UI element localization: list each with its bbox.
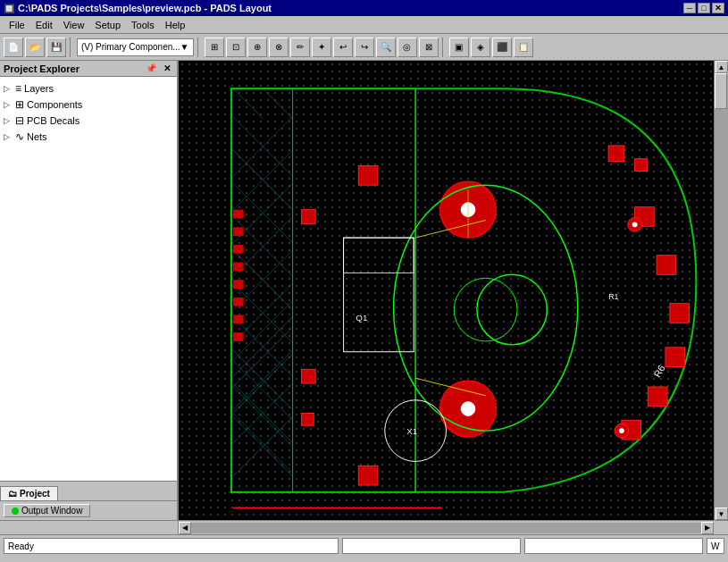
svg-rect-43 xyxy=(358,466,378,485)
toolbar-btn-10[interactable]: ◎ xyxy=(397,38,417,57)
svg-rect-54 xyxy=(635,159,648,172)
svg-rect-48 xyxy=(657,256,676,275)
svg-rect-42 xyxy=(358,166,378,186)
title-bar: 🔲 C:\PADS Projects\Samples\preview.pcb -… xyxy=(0,0,728,16)
tree-item-nets[interactable]: ▷ ∿ Nets xyxy=(4,129,173,145)
tree-label-pcb-decals: PCB Decals xyxy=(27,115,79,126)
maximize-button[interactable]: □ xyxy=(698,3,710,13)
tree-label-layers: Layers xyxy=(24,83,54,94)
toolbar-zoom-in-button[interactable]: 🔍 xyxy=(376,38,396,57)
svg-rect-50 xyxy=(665,348,685,367)
output-window-button[interactable]: Output Window xyxy=(4,504,90,517)
project-tree: ▷ ≡ Layers ▷ ⊞ Components ▷ ⊟ PCB Decals… xyxy=(0,77,177,481)
toolbar-btn-6[interactable]: ✦ xyxy=(312,38,331,57)
toolbar-layer-dropdown[interactable]: (V) Primary Componen... ▼ xyxy=(77,38,194,56)
toolbar-open-button[interactable]: 📂 xyxy=(25,38,45,57)
expand-icon-pcb-decals: ▷ xyxy=(4,116,13,125)
output-status-indicator xyxy=(12,507,19,515)
expand-icon-layers: ▷ xyxy=(4,84,13,93)
scroll-down-button[interactable]: ▼ xyxy=(715,507,728,520)
toolbar-btn-7[interactable]: ↩ xyxy=(333,38,353,57)
svg-line-28 xyxy=(233,301,293,361)
minimize-button[interactable]: ─ xyxy=(683,3,696,13)
toolbar-separator-2 xyxy=(197,38,201,57)
title-bar-controls[interactable]: ─ □ ✕ xyxy=(683,3,724,13)
svg-rect-49 xyxy=(670,304,690,323)
vertical-scrollbar[interactable]: ▲ ▼ xyxy=(714,61,728,520)
nets-icon: ∿ xyxy=(15,130,24,143)
toolbar-btn-3[interactable]: ⊕ xyxy=(247,38,267,57)
horizontal-scrollbar[interactable]: ◀ ▶ xyxy=(179,521,714,534)
close-button[interactable]: ✕ xyxy=(712,3,724,13)
tab-project-label: Project xyxy=(20,489,50,499)
toolbar-new-button[interactable]: 📄 xyxy=(4,38,23,57)
svg-line-26 xyxy=(233,387,293,447)
svg-rect-67 xyxy=(233,210,244,219)
menu-view[interactable]: View xyxy=(58,18,90,32)
svg-rect-71 xyxy=(233,280,244,289)
tree-label-components: Components xyxy=(27,99,82,110)
svg-rect-66 xyxy=(344,238,414,273)
scrollbar-corner xyxy=(714,521,728,534)
tab-project[interactable]: 🗂 Project xyxy=(0,486,58,500)
title-text: C:\PADS Projects\Samples\preview.pcb - P… xyxy=(18,3,272,13)
dropdown-arrow-icon: ▼ xyxy=(180,42,189,52)
svg-rect-53 xyxy=(608,146,624,162)
svg-line-25 xyxy=(233,361,293,421)
expand-icon-nets: ▷ xyxy=(4,132,13,141)
toolbar-btn-14[interactable]: ⬛ xyxy=(492,38,512,57)
svg-rect-46 xyxy=(301,413,314,425)
project-explorer-panel: Project Explorer 📌 ✕ ▷ ≡ Layers ▷ ⊞ Comp… xyxy=(0,61,179,520)
toolbar-btn-2[interactable]: ⊡ xyxy=(226,38,246,57)
toolbar-btn-15[interactable]: 📋 xyxy=(514,38,533,57)
svg-rect-68 xyxy=(233,227,244,236)
svg-rect-44 xyxy=(301,210,315,224)
svg-line-30 xyxy=(233,354,293,414)
tree-item-components[interactable]: ▷ ⊞ Components xyxy=(4,96,173,113)
tree-label-nets: Nets xyxy=(27,131,47,142)
panel-header-buttons[interactable]: 📌 ✕ xyxy=(143,63,173,73)
bottom-tabs: 🗂 Project xyxy=(0,481,177,500)
scroll-up-button[interactable]: ▲ xyxy=(715,61,728,73)
menu-edit[interactable]: Edit xyxy=(30,18,58,32)
svg-line-27 xyxy=(233,413,293,473)
menu-file[interactable]: File xyxy=(4,18,30,32)
toolbar-btn-1[interactable]: ⊞ xyxy=(205,38,224,57)
output-window-bar: Output Window xyxy=(0,500,177,520)
svg-rect-0 xyxy=(231,88,415,492)
scroll-left-button[interactable]: ◀ xyxy=(179,522,191,534)
toolbar-save-button[interactable]: 💾 xyxy=(46,38,66,57)
status-field-3 xyxy=(524,538,703,554)
components-icon: ⊞ xyxy=(15,98,24,111)
menu-help[interactable]: Help xyxy=(160,18,191,32)
scroll-right-button[interactable]: ▶ xyxy=(701,522,714,534)
svg-rect-45 xyxy=(301,369,315,383)
panel-header: Project Explorer 📌 ✕ xyxy=(0,61,177,77)
menu-tools[interactable]: Tools xyxy=(126,18,160,32)
main-area: Project Explorer 📌 ✕ ▷ ≡ Layers ▷ ⊞ Comp… xyxy=(0,61,728,520)
pcb-canvas-area[interactable]: Q1 X1 R1 R6 xyxy=(179,61,714,520)
panel-pin-button[interactable]: 📌 xyxy=(143,63,159,73)
panel-close-button[interactable]: ✕ xyxy=(161,63,173,73)
toolbar-btn-12[interactable]: ▣ xyxy=(449,38,469,57)
scroll-thumb[interactable] xyxy=(715,73,727,109)
toolbar-btn-13[interactable]: ◈ xyxy=(471,38,490,57)
svg-rect-69 xyxy=(233,245,244,254)
pcb-decals-icon: ⊟ xyxy=(15,114,24,127)
toolbar-btn-8[interactable]: ↪ xyxy=(355,38,374,57)
svg-line-14 xyxy=(263,88,292,118)
tree-item-pcb-decals[interactable]: ▷ ⊟ PCB Decals xyxy=(4,113,173,129)
menu-setup[interactable]: Setup xyxy=(89,18,126,32)
toolbar-btn-4[interactable]: ⊗ xyxy=(269,38,289,57)
svg-point-56 xyxy=(632,222,638,227)
toolbar-btn-5[interactable]: ✏ xyxy=(290,38,310,57)
toolbar-btn-11[interactable]: ⊠ xyxy=(419,38,439,57)
svg-rect-51 xyxy=(648,387,667,407)
svg-text:R1: R1 xyxy=(608,292,618,301)
hscroll-track[interactable] xyxy=(191,523,701,533)
toolbar-separator-1 xyxy=(70,38,73,57)
scroll-track[interactable] xyxy=(715,73,728,507)
toolbar-separator-3 xyxy=(442,38,446,57)
pcb-canvas[interactable]: Q1 X1 R1 R6 xyxy=(179,61,714,520)
tree-item-layers[interactable]: ▷ ≡ Layers xyxy=(4,80,173,96)
